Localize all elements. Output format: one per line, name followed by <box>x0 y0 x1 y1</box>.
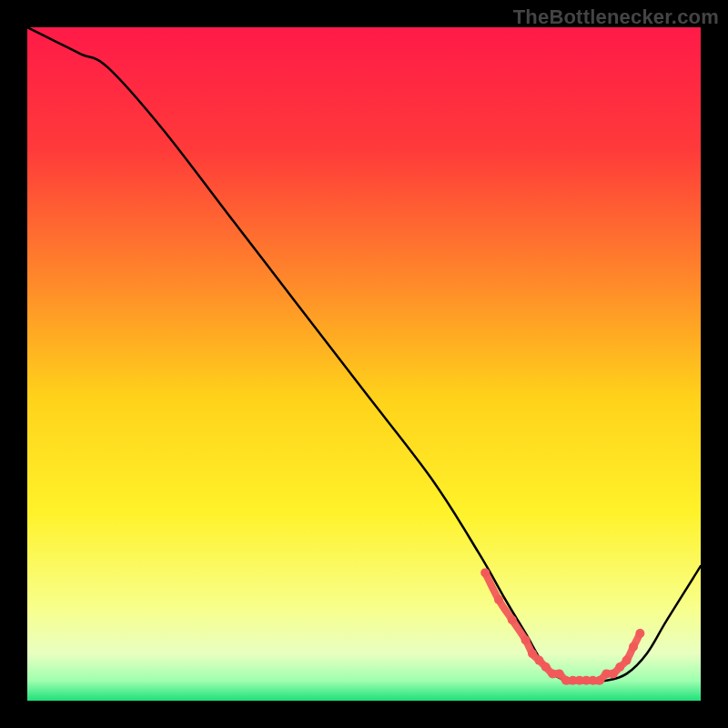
marker-dot <box>555 669 564 678</box>
marker-dot <box>508 615 517 624</box>
bottleneck-chart <box>27 27 701 701</box>
marker-dot <box>615 662 624 672</box>
marker-dot <box>622 656 632 665</box>
marker-dot <box>534 656 543 665</box>
marker-dot <box>629 642 638 652</box>
marker-dot <box>635 629 644 638</box>
marker-dot <box>494 595 503 604</box>
marker-dot <box>609 669 618 678</box>
marker-dot <box>528 649 537 658</box>
gradient-background <box>27 27 701 701</box>
marker-dot <box>541 662 551 672</box>
marker-dot <box>521 635 531 644</box>
watermark-text: TheBottlenecker.com <box>513 5 719 29</box>
marker-dot <box>480 568 490 577</box>
marker-dot <box>595 676 604 685</box>
plot-area <box>27 27 701 701</box>
chart-container: TheBottlenecker.com <box>0 0 728 728</box>
